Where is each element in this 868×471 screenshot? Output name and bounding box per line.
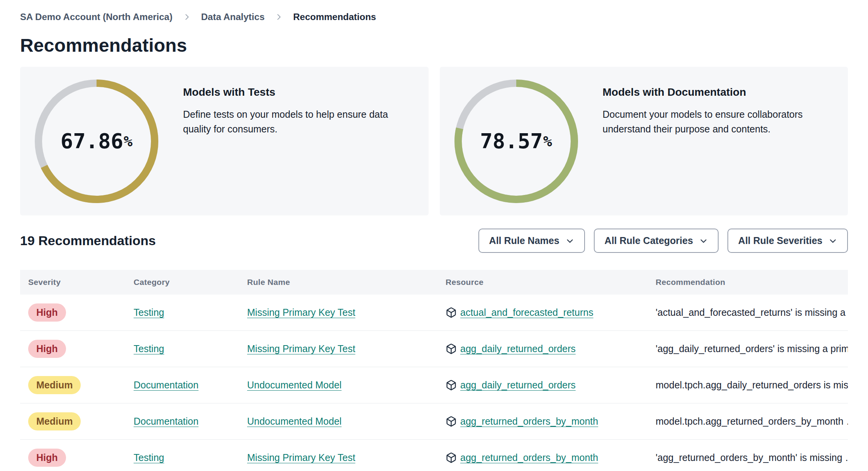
rule-name-link[interactable]: Undocumented Model: [247, 380, 342, 390]
filters: All Rule Names All Rule Categories All R…: [478, 229, 848, 253]
resource-link[interactable]: agg_returned_orders_by_month: [460, 452, 598, 463]
table-row: Medium Documentation Undocumented Model …: [20, 367, 848, 403]
model-cube-icon: [446, 452, 457, 463]
recommendation-text: model.tpch.agg_daily_returned_orders is …: [648, 380, 848, 391]
documentation-percentage: 78.57%: [454, 80, 578, 203]
breadcrumb-project[interactable]: Data Analytics: [201, 12, 265, 22]
resource-link[interactable]: agg_daily_returned_orders: [460, 343, 576, 354]
breadcrumb: SA Demo Account (North America) Data Ana…: [20, 9, 848, 25]
severity-badge: High: [28, 449, 66, 467]
table-row: High Testing Missing Primary Key Test ag…: [20, 440, 848, 471]
severity-badge: High: [28, 340, 66, 358]
card-title: Models with Tests: [183, 86, 413, 98]
rule-name-link[interactable]: Missing Primary Key Test: [247, 343, 355, 354]
documentation-donut-chart: 78.57%: [454, 80, 578, 203]
chevron-down-icon: [699, 237, 708, 245]
chevron-down-icon: [829, 237, 837, 245]
filter-rule-severities[interactable]: All Rule Severities: [727, 229, 848, 253]
tests-percentage: 67.86%: [35, 80, 158, 203]
category-link[interactable]: Testing: [134, 343, 164, 354]
card-description: Document your models to ensure collabora…: [603, 107, 833, 136]
rule-name-link[interactable]: Missing Primary Key Test: [247, 452, 355, 463]
breadcrumb-account[interactable]: SA Demo Account (North America): [20, 12, 173, 22]
recommendation-text: 'actual_and_forecasted_returns' is missi…: [648, 307, 848, 318]
card-models-with-documentation: 78.57% Models with Documentation Documen…: [440, 67, 848, 215]
category-link[interactable]: Documentation: [134, 380, 198, 390]
filter-label: All Rule Severities: [738, 235, 822, 246]
column-header-recommendation: Recommendation: [648, 278, 848, 287]
recommendations-table: Severity Category Rule Name Resource Rec…: [20, 270, 848, 471]
card-description: Define tests on your models to help ensu…: [183, 107, 413, 136]
page-title: Recommendations: [20, 35, 848, 56]
model-cube-icon: [446, 416, 457, 427]
table-row: Medium Documentation Undocumented Model …: [20, 403, 848, 440]
card-models-with-tests: 67.86% Models with Tests Define tests on…: [20, 67, 429, 215]
category-link[interactable]: Testing: [134, 307, 164, 318]
recommendation-text: 'agg_returned_orders_by_month' is missin…: [648, 452, 848, 463]
recommendations-section-bar: 19 Recommendations All Rule Names All Ru…: [20, 229, 848, 253]
severity-badge: Medium: [28, 376, 81, 394]
category-link[interactable]: Testing: [134, 452, 164, 463]
severity-badge: Medium: [28, 412, 81, 430]
chevron-right-icon: [183, 13, 191, 21]
column-header-resource: Resource: [437, 278, 648, 287]
filter-label: All Rule Categories: [605, 235, 693, 246]
column-header-category: Category: [125, 278, 239, 287]
filter-rule-categories[interactable]: All Rule Categories: [594, 229, 719, 253]
filter-label: All Rule Names: [489, 235, 559, 246]
column-header-rule-name: Rule Name: [239, 278, 437, 287]
model-cube-icon: [446, 380, 457, 391]
category-link[interactable]: Documentation: [134, 416, 198, 427]
table-body: High Testing Missing Primary Key Test ac…: [20, 295, 848, 471]
chevron-right-icon: [275, 13, 283, 21]
resource-link[interactable]: actual_and_forecasted_returns: [460, 307, 593, 318]
breadcrumb-current: Recommendations: [293, 12, 376, 22]
model-cube-icon: [446, 343, 457, 354]
resource-link[interactable]: agg_daily_returned_orders: [460, 380, 576, 391]
table-row: High Testing Missing Primary Key Test ac…: [20, 295, 848, 331]
model-cube-icon: [446, 307, 457, 318]
recommendation-text: 'agg_daily_returned_orders' is missing a…: [648, 343, 848, 354]
severity-badge: High: [28, 303, 66, 322]
chevron-down-icon: [566, 237, 574, 245]
recommendations-page: SA Demo Account (North America) Data Ana…: [0, 0, 868, 471]
column-header-severity: Severity: [20, 278, 125, 287]
summary-cards: 67.86% Models with Tests Define tests on…: [20, 67, 848, 215]
card-title: Models with Documentation: [603, 86, 833, 98]
rule-name-link[interactable]: Undocumented Model: [247, 416, 342, 427]
recommendations-count: 19 Recommendations: [20, 233, 156, 248]
recommendation-text: model.tpch.agg_returned_orders_by_month …: [648, 416, 848, 427]
resource-link[interactable]: agg_returned_orders_by_month: [460, 416, 598, 427]
filter-rule-names[interactable]: All Rule Names: [478, 229, 585, 253]
table-row: High Testing Missing Primary Key Test ag…: [20, 331, 848, 367]
table-header: Severity Category Rule Name Resource Rec…: [20, 270, 848, 295]
tests-donut-chart: 67.86%: [35, 80, 158, 203]
rule-name-link[interactable]: Missing Primary Key Test: [247, 307, 355, 318]
